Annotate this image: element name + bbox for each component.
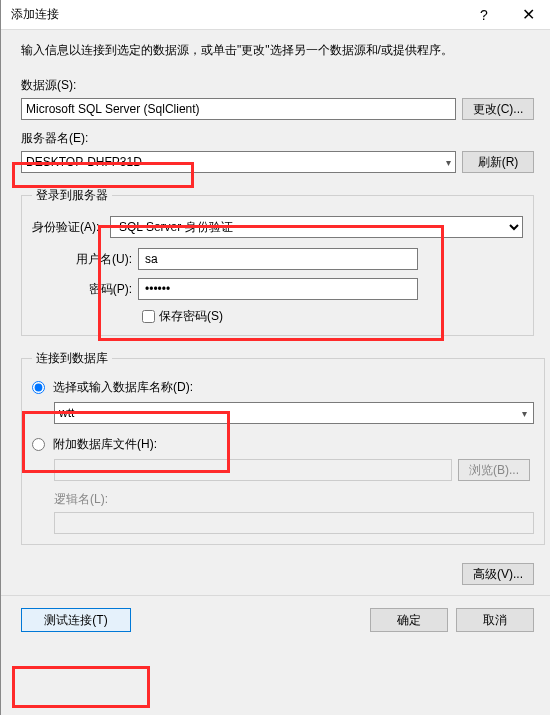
dialog-title: 添加连接 <box>11 6 462 23</box>
radio-select-db[interactable] <box>32 381 45 394</box>
password-input[interactable] <box>138 278 418 300</box>
radio-attach-db[interactable] <box>32 438 45 451</box>
database-name-value: wtt <box>59 406 74 420</box>
radio-attach-label: 附加数据库文件(H): <box>53 436 157 453</box>
attach-file-input <box>54 459 452 481</box>
server-name-value: DESKTOP-DHFP31D <box>26 155 142 169</box>
close-button[interactable]: ✕ <box>506 0 550 30</box>
ok-button[interactable]: 确定 <box>370 608 448 632</box>
database-group: 连接到数据库 选择或输入数据库名称(D): wtt ▾ 附加数据库文件(H): … <box>21 350 545 545</box>
username-input[interactable] <box>138 248 418 270</box>
instruction-text: 输入信息以连接到选定的数据源，或单击"更改"选择另一个数据源和/或提供程序。 <box>21 42 534 59</box>
password-label: 密码(P): <box>62 281 132 298</box>
advanced-button[interactable]: 高级(V)... <box>462 563 534 585</box>
server-label: 服务器名(E): <box>21 130 534 147</box>
highlight-box <box>12 666 150 708</box>
refresh-button[interactable]: 刷新(R) <box>462 151 534 173</box>
login-legend: 登录到服务器 <box>32 187 112 204</box>
datasource-label: 数据源(S): <box>21 77 534 94</box>
browse-button: 浏览(B)... <box>458 459 530 481</box>
help-button[interactable]: ? <box>462 0 506 30</box>
titlebar: 添加连接 ? ✕ <box>1 0 550 30</box>
save-password-checkbox[interactable] <box>142 310 155 323</box>
change-button[interactable]: 更改(C)... <box>462 98 534 120</box>
database-name-combo[interactable]: wtt ▾ <box>54 402 534 424</box>
chevron-down-icon: ▾ <box>522 408 527 419</box>
save-password-label: 保存密码(S) <box>159 308 223 325</box>
database-legend: 连接到数据库 <box>32 350 112 367</box>
login-group: 登录到服务器 身份验证(A): SQL Server 身份验证 用户名(U): … <box>21 187 534 336</box>
test-connection-button[interactable]: 测试连接(T) <box>21 608 131 632</box>
logical-name-input <box>54 512 534 534</box>
username-label: 用户名(U): <box>62 251 132 268</box>
auth-select[interactable]: SQL Server 身份验证 <box>110 216 523 238</box>
server-name-combo[interactable]: DESKTOP-DHFP31D ▾ <box>21 151 456 173</box>
radio-select-label: 选择或输入数据库名称(D): <box>53 379 193 396</box>
chevron-down-icon: ▾ <box>446 157 451 168</box>
auth-label: 身份验证(A): <box>32 219 104 236</box>
cancel-button[interactable]: 取消 <box>456 608 534 632</box>
datasource-field <box>21 98 456 120</box>
logical-name-label: 逻辑名(L): <box>54 491 534 508</box>
